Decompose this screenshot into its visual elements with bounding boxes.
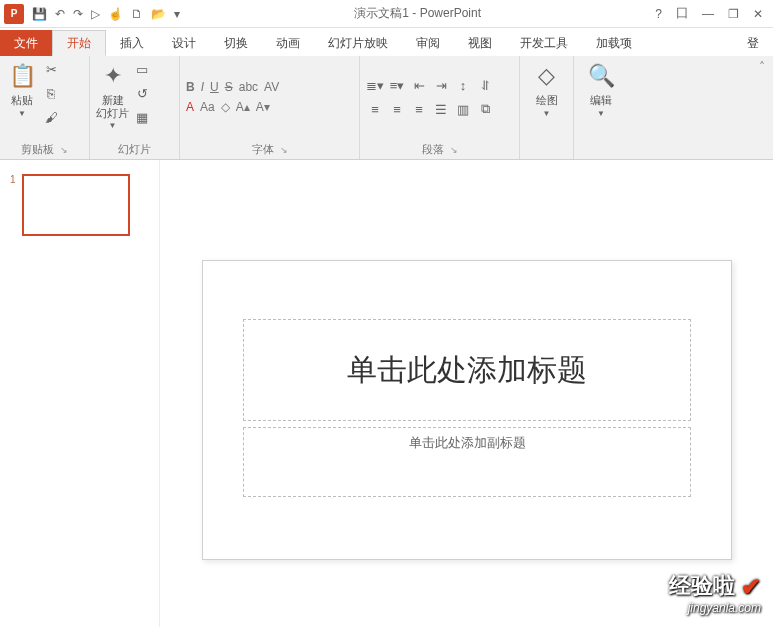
font-color-button[interactable]: A: [186, 100, 194, 114]
bullets-icon[interactable]: ≣▾: [366, 76, 384, 94]
slide-thumbnail[interactable]: [22, 174, 130, 236]
checkmark-icon: ✔: [741, 573, 761, 600]
new-slide-label: 新建 幻灯片: [96, 94, 129, 119]
group-slides: ✦ 新建 幻灯片 ▼ ▭ ↺ ▦ 幻灯片: [90, 56, 180, 159]
qat-slideshow-icon[interactable]: ▷: [91, 7, 100, 21]
qat-undo-icon[interactable]: ↶: [55, 7, 65, 21]
thumb-number: 1: [10, 174, 16, 185]
ribbon-options-icon[interactable]: ⼞: [676, 5, 688, 22]
tab-file[interactable]: 文件: [0, 30, 52, 56]
chevron-down-icon: ▼: [18, 109, 26, 118]
layout-icon[interactable]: ▭: [133, 60, 151, 78]
chevron-down-icon: ▼: [109, 121, 117, 130]
editing-button[interactable]: 🔍 编辑 ▼: [585, 60, 617, 118]
tab-transitions[interactable]: 切换: [210, 30, 262, 56]
qat-touch-icon[interactable]: ☝: [108, 7, 123, 21]
group-editing: 🔍 编辑 ▼: [574, 56, 628, 159]
paragraph-dialog-launcher-icon[interactable]: ↘: [450, 145, 458, 155]
drawing-button[interactable]: ◇ 绘图 ▼: [531, 60, 563, 118]
slide-canvas[interactable]: 单击此处添加标题 单击此处添加副标题: [160, 160, 773, 627]
underline-button[interactable]: U: [210, 80, 219, 94]
collapse-ribbon-icon[interactable]: ˄: [751, 56, 773, 78]
grow-font-button[interactable]: A▴: [236, 100, 250, 114]
clipboard-dialog-launcher-icon[interactable]: ↘: [60, 145, 68, 155]
watermark-text: 经验啦: [669, 573, 735, 598]
copy-icon[interactable]: ⎘: [42, 84, 60, 102]
login-button[interactable]: 登: [733, 30, 773, 56]
ribbon-tabs: 文件 开始 插入 设计 切换 动画 幻灯片放映 审阅 视图 开发工具 加载项 登: [0, 28, 773, 56]
align-right-icon[interactable]: ≡: [410, 100, 428, 118]
restore-icon[interactable]: ❐: [728, 7, 739, 21]
close-icon[interactable]: ✕: [753, 7, 763, 21]
chevron-down-icon: ▼: [543, 109, 551, 118]
reset-icon[interactable]: ↺: [133, 84, 151, 102]
char-spacing-button[interactable]: AV: [264, 80, 279, 94]
align-center-icon[interactable]: ≡: [388, 100, 406, 118]
ribbon: 📋 粘贴 ▼ ✂ ⎘ 🖌 剪贴板↘ ✦ 新建 幻灯片 ▼ ▭ ↺ ▦: [0, 56, 773, 160]
bold-button[interactable]: B: [186, 80, 195, 94]
shrink-font-button[interactable]: A▾: [256, 100, 270, 114]
group-slides-label: 幻灯片: [118, 142, 151, 157]
group-clipboard: 📋 粘贴 ▼ ✂ ⎘ 🖌 剪贴板↘: [0, 56, 90, 159]
tab-addins[interactable]: 加载项: [582, 30, 646, 56]
italic-button[interactable]: I: [201, 80, 204, 94]
group-clipboard-label: 剪贴板: [21, 142, 54, 157]
group-font-label: 字体: [252, 142, 274, 157]
editing-label: 编辑: [590, 94, 612, 107]
format-painter-icon[interactable]: 🖌: [42, 108, 60, 126]
subtitle-placeholder-text: 单击此处添加副标题: [409, 434, 526, 452]
columns-icon[interactable]: ▥: [454, 100, 472, 118]
smartart-icon[interactable]: ⧉: [476, 100, 494, 118]
group-paragraph-label: 段落: [422, 142, 444, 157]
indent-dec-icon[interactable]: ⇤: [410, 76, 428, 94]
tab-design[interactable]: 设计: [158, 30, 210, 56]
thumbnail-pane[interactable]: 1: [0, 160, 160, 627]
clipboard-icon: 📋: [6, 60, 38, 92]
align-left-icon[interactable]: ≡: [366, 100, 384, 118]
change-case-button[interactable]: Aa: [200, 100, 215, 114]
font-dialog-launcher-icon[interactable]: ↘: [280, 145, 288, 155]
subtitle-placeholder[interactable]: 单击此处添加副标题: [243, 427, 691, 497]
title-placeholder[interactable]: 单击此处添加标题: [243, 319, 691, 421]
cut-icon[interactable]: ✂: [42, 60, 60, 78]
strike-button[interactable]: S: [225, 80, 233, 94]
qat-redo-icon[interactable]: ↷: [73, 7, 83, 21]
help-icon[interactable]: ?: [655, 7, 662, 21]
line-spacing-icon[interactable]: ↕: [454, 76, 472, 94]
minimize-icon[interactable]: —: [702, 7, 714, 21]
app-icon: P: [4, 4, 24, 24]
group-font: B I U S abc AV A Aa ◇ A▴ A▾ 字体↘: [180, 56, 360, 159]
shapes-icon: ◇: [531, 60, 563, 92]
group-drawing: ◇ 绘图 ▼: [520, 56, 574, 159]
title-placeholder-text: 单击此处添加标题: [347, 350, 587, 391]
numbering-icon[interactable]: ≡▾: [388, 76, 406, 94]
tab-home[interactable]: 开始: [52, 30, 106, 56]
workspace: 1 单击此处添加标题 单击此处添加副标题: [0, 160, 773, 627]
tab-animations[interactable]: 动画: [262, 30, 314, 56]
paste-label: 粘贴: [11, 94, 33, 107]
tab-slideshow[interactable]: 幻灯片放映: [314, 30, 402, 56]
text-direction-icon[interactable]: ⥯: [476, 76, 494, 94]
group-paragraph: ≣▾ ≡▾ ⇤ ⇥ ↕ ⥯ ≡ ≡ ≡ ☰ ▥ ⧉ 段落↘: [360, 56, 520, 159]
find-icon: 🔍: [585, 60, 617, 92]
tab-view[interactable]: 视图: [454, 30, 506, 56]
tab-insert[interactable]: 插入: [106, 30, 158, 56]
qat-newfile-icon[interactable]: 🗋: [131, 7, 143, 21]
slide[interactable]: 单击此处添加标题 单击此处添加副标题: [202, 260, 732, 560]
indent-inc-icon[interactable]: ⇥: [432, 76, 450, 94]
qat-open-icon[interactable]: 📂: [151, 7, 166, 21]
shadow-button[interactable]: abc: [239, 80, 258, 94]
tab-developer[interactable]: 开发工具: [506, 30, 582, 56]
paste-button[interactable]: 📋 粘贴 ▼: [6, 60, 38, 118]
section-icon[interactable]: ▦: [133, 108, 151, 126]
drawing-label: 绘图: [536, 94, 558, 107]
window-title: 演示文稿1 - PowerPoint: [180, 5, 655, 22]
chevron-down-icon: ▼: [597, 109, 605, 118]
tab-review[interactable]: 审阅: [402, 30, 454, 56]
clear-format-button[interactable]: ◇: [221, 100, 230, 114]
new-slide-button[interactable]: ✦ 新建 幻灯片 ▼: [96, 60, 129, 130]
justify-icon[interactable]: ☰: [432, 100, 450, 118]
watermark-url: jingyanla.com: [669, 601, 761, 615]
watermark: 经验啦 ✔ jingyanla.com: [669, 571, 761, 615]
qat-save-icon[interactable]: 💾: [32, 7, 47, 21]
